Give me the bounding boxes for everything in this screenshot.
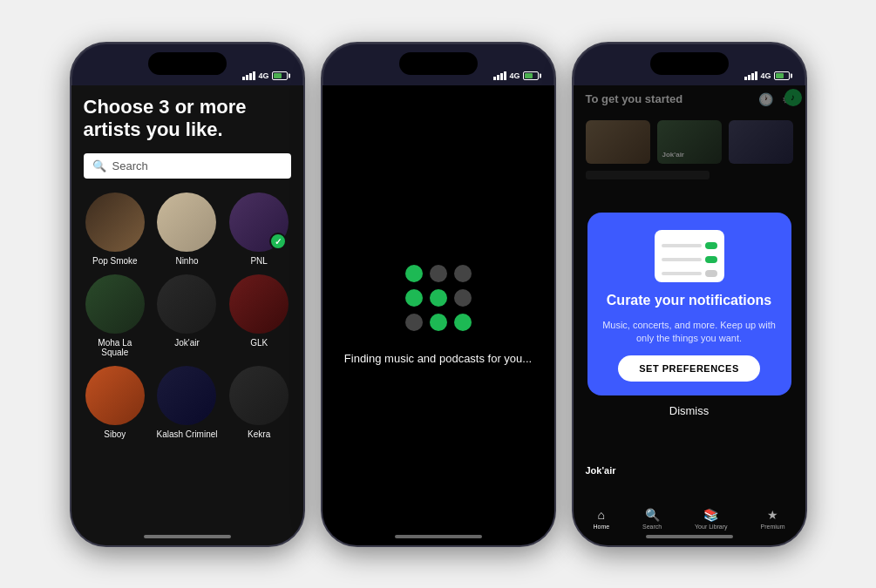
dot	[454, 289, 472, 307]
nav-item-search[interactable]: 🔍 Search	[642, 508, 662, 530]
artist-name: Siboy	[104, 429, 126, 439]
dot	[405, 314, 423, 331]
artist-avatar-wrap	[229, 274, 289, 334]
dot	[430, 314, 447, 331]
home-indicator-1	[144, 535, 231, 538]
dot	[454, 314, 472, 331]
signal-icon	[493, 71, 506, 80]
phone1-title: Choose 3 or more artists you like.	[84, 96, 291, 142]
artist-avatar	[157, 193, 216, 252]
artist-avatar	[85, 193, 145, 252]
preview-toggle-on	[705, 242, 717, 249]
phone-2: 4G Finding music and podcasts for you...	[321, 42, 556, 547]
artist-avatar-wrap	[157, 366, 216, 425]
artist-avatar-wrap	[157, 193, 216, 252]
artist-avatar	[85, 366, 145, 425]
premium-icon: ★	[767, 508, 778, 522]
artist-item[interactable]: GLK	[227, 274, 291, 357]
dismiss-button[interactable]: Dismiss	[669, 404, 710, 417]
dynamic-island-1	[148, 52, 227, 75]
artist-name: Moha La Squale	[84, 338, 147, 357]
search-bar[interactable]: 🔍 Search	[84, 153, 291, 179]
artist-name: PNL	[250, 256, 267, 266]
artist-item[interactable]: Jok'air	[155, 274, 219, 357]
nav-label: Search	[642, 524, 662, 530]
artist-name: Kekra	[248, 429, 270, 439]
search-placeholder: Search	[112, 159, 148, 172]
artist-item[interactable]: Kekra	[227, 366, 291, 439]
artist-name: GLK	[250, 338, 268, 348]
artist-item[interactable]: Ninho	[155, 193, 219, 266]
preview-line	[662, 258, 702, 261]
nav-item-library[interactable]: 📚 Your Library	[695, 508, 728, 530]
status-icons-1: 4G	[242, 71, 287, 80]
library-icon: 📚	[703, 508, 718, 522]
search-icon: 🔍	[92, 159, 106, 172]
preview-row	[662, 256, 717, 263]
artist-check-mark: ✓	[269, 233, 287, 250]
artist-avatar	[157, 274, 216, 334]
dot	[430, 289, 447, 307]
artist-item[interactable]: ✓ PNL	[227, 193, 291, 266]
dynamic-island-2	[399, 52, 478, 75]
phone-3: 4G To get you started 🕐 ⚙ ♪	[572, 42, 807, 547]
network-label: 4G	[760, 71, 771, 80]
artist-avatar-wrap	[85, 193, 145, 252]
artist-item[interactable]: Kalash Criminel	[155, 366, 219, 439]
nav-label: Premium	[760, 524, 784, 530]
preview-row	[662, 242, 717, 249]
notification-overlay: Curate your notifications Music, concert…	[574, 85, 805, 545]
notification-subtitle: Music, concerts, and more. Keep up with …	[601, 319, 778, 346]
phone1-screen: Choose 3 or more artists you like. 🔍 Sea…	[71, 85, 303, 545]
preview-row	[662, 270, 717, 277]
nav-label: Your Library	[695, 524, 728, 530]
preview-line	[662, 272, 702, 275]
artist-item[interactable]: Moha La Squale	[84, 274, 147, 357]
artist-avatar-wrap	[85, 366, 145, 425]
artist-avatar-wrap	[157, 274, 216, 334]
artist-grid: Pop Smoke Ninho ✓ PNL Moha La	[84, 193, 291, 439]
network-label: 4G	[509, 71, 519, 80]
artist-item[interactable]: Siboy	[84, 366, 147, 439]
artist-avatar	[229, 274, 289, 334]
battery-icon	[523, 71, 539, 80]
preview-toggle-off	[705, 270, 717, 277]
dynamic-island-3	[650, 52, 729, 75]
status-icons-2: 4G	[493, 71, 538, 80]
phone3-screen: To get you started 🕐 ⚙ ♪ Jok'air	[574, 85, 805, 545]
status-icons-3: 4G	[744, 71, 789, 80]
artist-avatar	[157, 366, 216, 425]
dot	[405, 265, 423, 282]
nav-item-home[interactable]: ⌂ Home	[593, 508, 609, 530]
dot	[454, 265, 472, 282]
dot	[430, 265, 447, 282]
notification-phone-preview	[655, 230, 724, 282]
dot	[405, 289, 423, 307]
home-icon: ⌂	[598, 508, 605, 522]
artist-avatar-wrap	[229, 366, 289, 425]
notification-card: Curate your notifications Music, concert…	[587, 213, 791, 396]
artist-avatar-wrap	[85, 274, 145, 334]
network-label: 4G	[258, 71, 268, 80]
bottom-nav: ⌂ Home 🔍 Search 📚 Your Library ★ Premium	[574, 508, 805, 530]
artist-name: Ninho	[175, 256, 198, 266]
preview-line	[662, 244, 702, 247]
signal-icon	[744, 71, 757, 80]
artist-avatar	[85, 274, 145, 334]
artist-avatar	[229, 366, 289, 425]
notification-title: Curate your notifications	[607, 293, 771, 308]
battery-icon	[774, 71, 790, 80]
loading-dots	[405, 265, 472, 331]
home-indicator-3	[646, 535, 733, 538]
artist-name: Kalash Criminel	[156, 429, 217, 439]
artist-name: Pop Smoke	[92, 256, 138, 266]
nav-item-premium[interactable]: ★ Premium	[760, 508, 784, 530]
artist-item[interactable]: Pop Smoke	[84, 193, 147, 266]
search-nav-icon: 🔍	[645, 508, 660, 522]
phone-1: 4G Choose 3 or more artists you like. 🔍 …	[70, 42, 305, 547]
set-preferences-button[interactable]: SET PREFERENCES	[618, 355, 759, 382]
home-indicator-2	[395, 535, 482, 538]
battery-icon	[272, 71, 288, 80]
loading-text: Finding music and podcasts for you...	[344, 352, 532, 365]
preview-toggle-on	[705, 256, 717, 263]
